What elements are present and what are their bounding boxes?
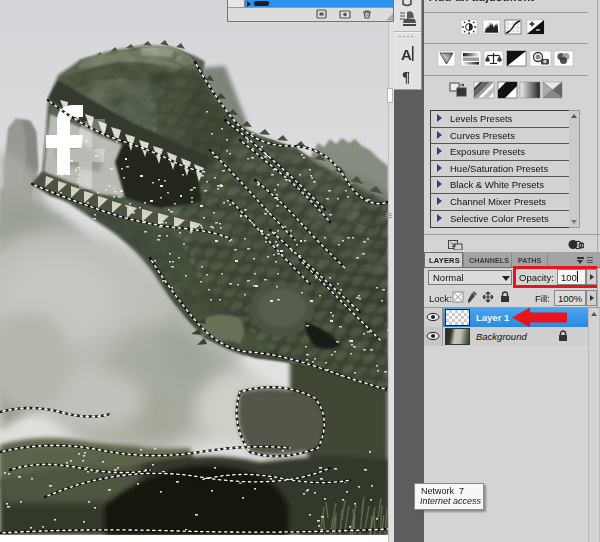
svg-text:A: A bbox=[401, 46, 412, 63]
svg-text:¶: ¶ bbox=[402, 69, 410, 85]
